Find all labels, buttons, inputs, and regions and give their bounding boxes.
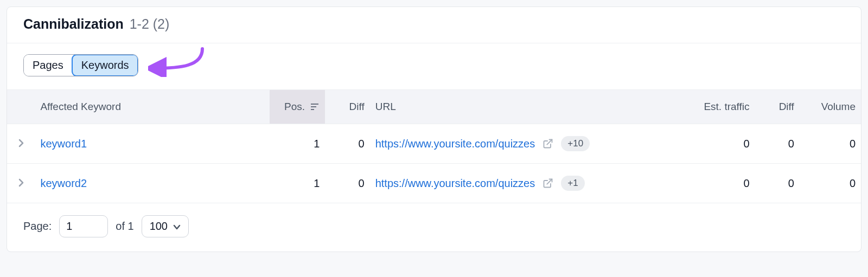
cell-pos: 1 <box>270 124 326 164</box>
tabs-row: Pages Keywords <box>7 43 861 89</box>
col-expand <box>7 89 35 124</box>
cell-diff: 0 <box>325 164 369 203</box>
chevron-down-icon <box>173 220 181 233</box>
cell-est-traffic: 0 <box>682 164 755 203</box>
page-size-value: 100 <box>150 220 168 233</box>
svg-line-5 <box>547 179 552 184</box>
chevron-right-icon[interactable] <box>18 177 24 189</box>
more-urls-badge[interactable]: +10 <box>561 136 590 151</box>
url-link[interactable]: https://www.yoursite.com/quizzes <box>375 177 535 190</box>
cell-est-traffic: 0 <box>682 124 755 164</box>
col-affected-keyword[interactable]: Affected Keyword <box>35 89 269 124</box>
page-title: Cannibalization 1-2 (2) <box>23 17 845 32</box>
tab-pages[interactable]: Pages <box>24 55 72 76</box>
col-pos-label: Pos. <box>284 101 305 112</box>
cell-pos: 1 <box>270 164 326 203</box>
cell-volume: 0 <box>800 164 861 203</box>
keyword-link[interactable]: keyword2 <box>40 177 87 189</box>
pagination-of-text: of 1 <box>116 220 133 233</box>
results-table: Affected Keyword Pos. Diff URL Est. traf… <box>7 89 861 204</box>
url-cell: https://www.yoursite.com/quizzes +1 <box>375 176 677 191</box>
cell-diff: 0 <box>325 124 369 164</box>
svg-rect-3 <box>311 109 314 110</box>
tab-keywords[interactable]: Keywords <box>72 55 138 76</box>
col-est-traffic[interactable]: Est. traffic <box>682 89 755 124</box>
cell-diff2: 0 <box>755 164 800 203</box>
pagination: Page: of 1 100 <box>7 203 861 252</box>
pagination-label: Page: <box>23 220 52 233</box>
page-size-select[interactable]: 100 <box>142 215 189 237</box>
chevron-right-icon[interactable] <box>18 138 24 150</box>
title-range: 1-2 (2) <box>130 16 170 31</box>
keyword-link[interactable]: keyword1 <box>40 138 87 150</box>
view-toggle: Pages Keywords <box>23 54 138 76</box>
col-diff2[interactable]: Diff <box>755 89 800 124</box>
table-row: keyword2 1 0 https://www.yoursite.com/qu… <box>7 164 861 203</box>
sort-icon <box>311 101 320 113</box>
col-volume[interactable]: Volume <box>800 89 861 124</box>
svg-rect-2 <box>311 106 316 107</box>
col-diff[interactable]: Diff <box>325 89 369 124</box>
title-text: Cannibalization <box>23 16 124 31</box>
svg-line-4 <box>547 140 552 145</box>
external-link-icon[interactable] <box>542 138 553 149</box>
svg-rect-1 <box>311 104 318 105</box>
cell-diff2: 0 <box>755 124 800 164</box>
more-urls-badge[interactable]: +1 <box>561 176 584 191</box>
external-link-icon[interactable] <box>542 178 553 189</box>
col-url[interactable]: URL <box>370 89 682 124</box>
page-number-input[interactable] <box>59 215 108 237</box>
panel-header: Cannibalization 1-2 (2) <box>7 7 861 43</box>
cannibalization-panel: Cannibalization 1-2 (2) Pages Keywords <box>7 7 861 252</box>
col-pos[interactable]: Pos. <box>270 89 326 124</box>
table-row: keyword1 1 0 https://www.yoursite.com/qu… <box>7 124 861 164</box>
annotation-arrow <box>148 44 219 77</box>
url-cell: https://www.yoursite.com/quizzes +10 <box>375 136 677 151</box>
url-link[interactable]: https://www.yoursite.com/quizzes <box>375 138 535 150</box>
table-header-row: Affected Keyword Pos. Diff URL Est. traf… <box>7 89 861 124</box>
cell-volume: 0 <box>800 124 861 164</box>
